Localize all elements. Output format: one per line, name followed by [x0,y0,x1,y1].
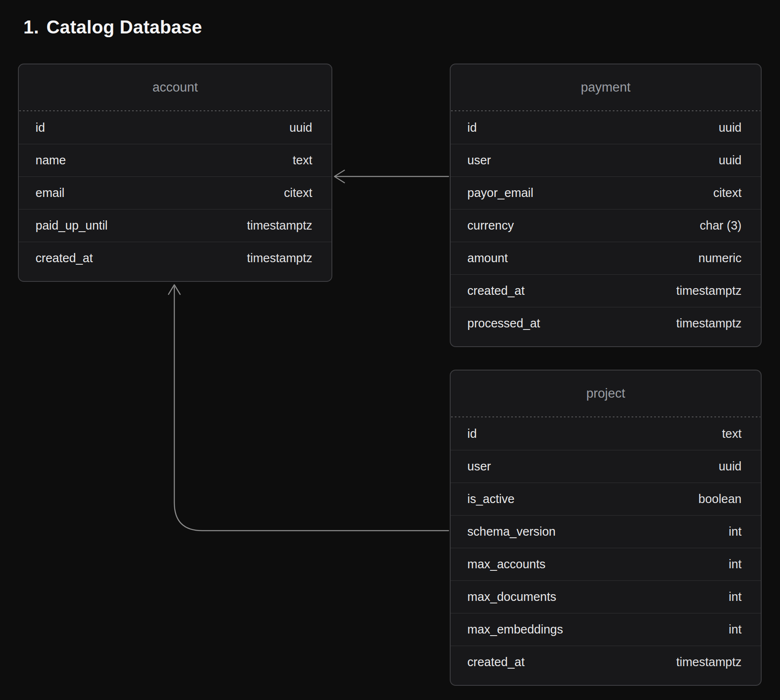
column-type: uuid [289,121,312,135]
column-row: amountnumeric [451,242,761,274]
table-node-payment[interactable]: payment iduuiduseruuidpayor_emailcitextc… [450,64,762,347]
arrowhead-up-icon [168,285,180,294]
column-type: uuid [719,121,742,135]
column-type: timestamptz [247,219,312,232]
column-name: name [36,153,66,167]
column-row: useruuid [451,144,761,176]
column-type: int [729,623,742,636]
column-name: is_active [467,492,515,506]
column-name: paid_up_until [36,219,108,232]
page-title: 1. Catalog Database [23,17,202,38]
column-type: timestamptz [676,284,742,298]
column-type: int [729,557,742,571]
column-row: schema_versionint [451,515,761,548]
column-row: created_attimestamptz [19,242,331,274]
column-row: created_attimestamptz [451,646,761,678]
arrowhead-left-icon [334,170,344,183]
column-name: max_embeddings [467,623,563,636]
column-row: useruuid [451,450,761,483]
connector-line [174,287,449,531]
column-row: idtext [451,417,761,450]
column-type: citext [284,186,312,200]
column-name: max_accounts [467,557,545,571]
page-title-marker: 1. [23,17,39,38]
column-type: char (3) [700,219,742,232]
column-name: id [36,121,45,135]
column-row: max_documentsint [451,580,761,613]
column-row: is_activeboolean [451,483,761,515]
column-name: user [467,460,491,473]
column-row: iduuid [19,111,331,144]
column-type: citext [713,186,742,200]
column-name: created_at [467,655,525,669]
column-name: created_at [36,251,93,265]
table-columns: iduuiduseruuidpayor_emailcitextcurrencyc… [451,111,761,346]
column-row: created_attimestamptz [451,274,761,307]
column-name: payor_email [467,186,533,200]
connector-payment-to-account [334,170,449,183]
column-name: max_documents [467,590,556,604]
table-columns: iduuidnametextemailcitextpaid_up_untilti… [19,111,331,281]
column-row: currencychar (3) [451,209,761,242]
column-row: processed_attimestamptz [451,307,761,340]
table-node-account[interactable]: account iduuidnametextemailcitextpaid_up… [18,64,332,282]
column-row: iduuid [451,111,761,144]
column-row: max_accountsint [451,548,761,580]
column-type: uuid [719,153,742,167]
column-type: boolean [698,492,742,506]
table-title: project [451,370,761,416]
column-row: paid_up_untiltimestamptz [19,209,331,242]
column-row: payor_emailcitext [451,176,761,209]
page-title-text: Catalog Database [46,17,202,38]
column-row: emailcitext [19,176,331,209]
column-name: id [467,121,477,135]
diagram-canvas: 1. Catalog Database account iduuidnamete… [0,0,780,700]
column-row: max_embeddingsint [451,613,761,646]
table-node-project[interactable]: project idtextuseruuidis_activebooleansc… [450,370,762,686]
column-type: numeric [698,251,742,265]
connector-project-to-account [168,285,449,531]
column-type: int [729,590,742,604]
column-name: schema_version [467,525,556,539]
column-type: int [729,525,742,539]
column-name: id [467,427,477,441]
column-type: timestamptz [247,251,312,265]
column-name: currency [467,219,514,232]
table-columns: idtextuseruuidis_activebooleanschema_ver… [451,417,761,685]
table-title: payment [451,64,761,110]
column-name: created_at [467,284,525,298]
column-name: processed_at [467,317,540,330]
column-type: timestamptz [676,655,742,669]
column-name: email [36,186,64,200]
column-type: timestamptz [676,317,742,330]
column-type: text [293,153,312,167]
column-type: text [722,427,742,441]
column-row: nametext [19,144,331,176]
column-type: uuid [719,460,742,473]
table-title: account [19,64,331,110]
column-name: user [467,153,491,167]
column-name: amount [467,251,508,265]
